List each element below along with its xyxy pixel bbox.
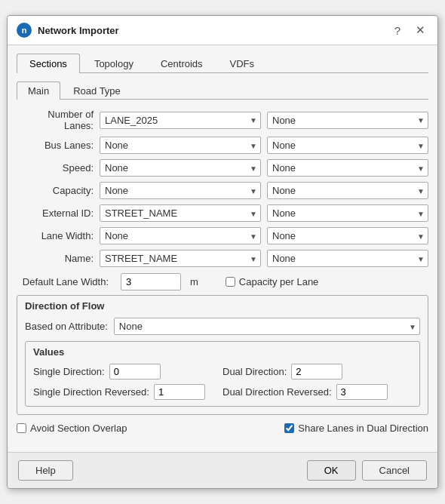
select-capacity-left[interactable]: None LANE_2025 STREET_NAME ▼ — [100, 182, 261, 199]
values-group: Values Single Direction: Dual Direction:… — [25, 341, 420, 407]
dropdown-number-of-lanes-right[interactable]: None LANE_2025 STREET_NAME — [267, 112, 428, 129]
row-speed: Speed: None LANE_2025 STREET_NAME ▼ None — [17, 159, 428, 177]
controls-bus-lanes: None LANE_2025 STREET_NAME ▼ None LANE_2… — [100, 137, 428, 154]
inner-tab-road-type[interactable]: Road Type — [62, 81, 132, 100]
select-speed-right[interactable]: None LANE_2025 STREET_NAME ▼ — [267, 159, 428, 177]
title-left: n Network Importer — [17, 23, 119, 38]
select-external-id-left[interactable]: STREET_NAME None LANE_2025 ▼ — [100, 204, 261, 222]
label-number-of-lanes: Number of Lanes: — [17, 109, 100, 131]
title-bar: n Network Importer ? ✕ — [8, 16, 437, 45]
unit-meters: m — [190, 276, 198, 287]
dual-direction-row: Dual Direction: — [222, 364, 412, 380]
row-capacity: Capacity: None LANE_2025 STREET_NAME ▼ N… — [17, 182, 428, 199]
select-speed-left[interactable]: None LANE_2025 STREET_NAME ▼ — [100, 159, 261, 177]
label-dual-direction: Dual Direction: — [222, 366, 287, 377]
dropdown-speed-right[interactable]: None LANE_2025 STREET_NAME — [267, 159, 428, 177]
default-lane-width-row: Default Lane Width: m Capacity per Lane — [17, 273, 428, 290]
form-grid: Number of Lanes: LANE_2025 None STREET_N… — [17, 109, 428, 267]
select-bus-lanes-right[interactable]: None LANE_2025 STREET_NAME ▼ — [267, 137, 428, 154]
tab-vdfs[interactable]: VDFs — [217, 54, 268, 73]
controls-speed: None LANE_2025 STREET_NAME ▼ None LANE_2… — [100, 159, 428, 177]
dual-reversed-row: Dual Direction Reversed: — [222, 384, 412, 400]
dialog-title: Network Importer — [38, 25, 119, 36]
select-external-id-right[interactable]: None LANE_2025 STREET_NAME ▼ — [267, 204, 428, 222]
network-importer-dialog: n Network Importer ? ✕ Sections Topology… — [7, 15, 438, 489]
outer-tab-bar: Sections Topology Centroids VDFs — [17, 53, 428, 73]
dropdown-external-id-right[interactable]: None LANE_2025 STREET_NAME — [267, 204, 428, 222]
dropdown-capacity-left[interactable]: None LANE_2025 STREET_NAME — [100, 182, 261, 199]
dropdown-name-right[interactable]: None LANE_2025 STREET_NAME — [267, 250, 428, 267]
label-bus-lanes: Bus Lanes: — [17, 140, 100, 151]
values-grid: Single Direction: Dual Direction: Single… — [33, 364, 412, 400]
dropdown-bus-lanes-left[interactable]: None LANE_2025 STREET_NAME — [100, 137, 261, 154]
input-default-lane-width[interactable] — [121, 273, 181, 290]
close-button[interactable]: ✕ — [413, 22, 428, 38]
values-title: Values — [33, 346, 412, 358]
cancel-button[interactable]: Cancel — [362, 460, 427, 481]
controls-external-id: STREET_NAME None LANE_2025 ▼ None LANE_2… — [100, 204, 428, 222]
dropdown-name-left[interactable]: STREET_NAME None LANE_2025 — [100, 250, 261, 267]
select-name-left[interactable]: STREET_NAME None LANE_2025 ▼ — [100, 250, 261, 267]
label-external-id: External ID: — [17, 207, 100, 219]
select-bus-lanes-left[interactable]: None LANE_2025 STREET_NAME ▼ — [100, 137, 261, 154]
select-number-of-lanes-right[interactable]: None LANE_2025 STREET_NAME ▼ — [267, 112, 428, 129]
label-single-direction-reversed: Single Direction Reversed: — [33, 386, 149, 398]
tab-topology[interactable]: Topology — [81, 54, 146, 73]
select-lane-width-right[interactable]: None LANE_2025 STREET_NAME ▼ — [267, 227, 428, 244]
controls-name: STREET_NAME None LANE_2025 ▼ None LANE_2… — [100, 250, 428, 267]
dropdown-external-id-left[interactable]: STREET_NAME None LANE_2025 — [100, 204, 261, 222]
input-dual-direction[interactable] — [291, 364, 342, 380]
checkbox-share-lanes[interactable] — [284, 423, 294, 433]
tab-sections[interactable]: Sections — [17, 54, 80, 73]
row-lane-width: Lane Width: None LANE_2025 STREET_NAME ▼… — [17, 227, 428, 244]
row-name: Name: STREET_NAME None LANE_2025 ▼ None — [17, 250, 428, 267]
label-capacity: Capacity: — [17, 185, 100, 196]
input-dual-direction-reversed[interactable] — [336, 384, 388, 400]
ok-button[interactable]: OK — [307, 460, 356, 481]
single-direction-row: Single Direction: — [33, 364, 222, 380]
help-title-button[interactable]: ? — [391, 23, 404, 38]
footer-right-buttons: OK Cancel — [307, 460, 427, 481]
input-single-direction[interactable] — [109, 364, 161, 380]
dropdown-bus-lanes-right[interactable]: None LANE_2025 STREET_NAME — [267, 137, 428, 154]
select-number-of-lanes-left[interactable]: LANE_2025 None STREET_NAME ▼ — [100, 112, 261, 129]
dropdown-speed-left[interactable]: None LANE_2025 STREET_NAME — [100, 159, 261, 177]
label-dual-direction-reversed: Dual Direction Reversed: — [222, 386, 332, 398]
title-actions: ? ✕ — [391, 22, 428, 38]
based-on-attribute-label: Based on Attribute: — [25, 321, 108, 332]
based-on-attribute-row: Based on Attribute: None LANE_2025 STREE… — [25, 318, 420, 335]
checkbox-avoid-section-overlap[interactable] — [17, 423, 26, 433]
label-lane-width: Lane Width: — [17, 230, 100, 241]
select-lane-width-left[interactable]: None LANE_2025 STREET_NAME ▼ — [100, 227, 261, 244]
single-reversed-row: Single Direction Reversed: — [33, 384, 222, 400]
dialog-content: Sections Topology Centroids VDFs Main Ro… — [8, 45, 437, 443]
controls-lane-width: None LANE_2025 STREET_NAME ▼ None LANE_2… — [100, 227, 428, 244]
share-lanes-label: Share Lanes in Dual Direction — [284, 423, 428, 434]
inner-tab-main[interactable]: Main — [17, 81, 60, 100]
dropdown-number-of-lanes-left[interactable]: LANE_2025 None STREET_NAME — [100, 112, 261, 129]
based-on-attribute-select-wrap[interactable]: None LANE_2025 STREET_NAME ▼ — [114, 318, 420, 335]
label-single-direction: Single Direction: — [33, 366, 105, 377]
direction-group-title: Direction of Flow — [25, 300, 420, 312]
capacity-per-lane-label: Capacity per Lane — [226, 276, 319, 287]
dropdown-capacity-right[interactable]: None LANE_2025 STREET_NAME — [267, 182, 428, 199]
controls-number-of-lanes: LANE_2025 None STREET_NAME ▼ None LANE_2… — [100, 112, 428, 129]
dropdown-based-on-attribute[interactable]: None LANE_2025 STREET_NAME — [114, 318, 420, 335]
label-default-lane-width: Default Lane Width: — [17, 276, 115, 287]
row-external-id: External ID: STREET_NAME None LANE_2025 … — [17, 204, 428, 222]
label-name: Name: — [17, 253, 100, 264]
dropdown-lane-width-right[interactable]: None LANE_2025 STREET_NAME — [267, 227, 428, 244]
direction-of-flow-group: Direction of Flow Based on Attribute: No… — [17, 295, 428, 415]
row-number-of-lanes: Number of Lanes: LANE_2025 None STREET_N… — [17, 109, 428, 131]
checkbox-capacity-per-lane[interactable] — [226, 277, 235, 287]
dropdown-lane-width-left[interactable]: None LANE_2025 STREET_NAME — [100, 227, 261, 244]
help-button[interactable]: Help — [18, 460, 73, 481]
row-bus-lanes: Bus Lanes: None LANE_2025 STREET_NAME ▼ … — [17, 137, 428, 154]
inner-tab-bar: Main Road Type — [17, 81, 428, 100]
select-name-right[interactable]: None LANE_2025 STREET_NAME ▼ — [267, 250, 428, 267]
tab-centroids[interactable]: Centroids — [148, 54, 216, 73]
select-capacity-right[interactable]: None LANE_2025 STREET_NAME ▼ — [267, 182, 428, 199]
controls-capacity: None LANE_2025 STREET_NAME ▼ None LANE_2… — [100, 182, 428, 199]
input-single-direction-reversed[interactable] — [154, 384, 205, 400]
app-icon: n — [17, 23, 32, 38]
